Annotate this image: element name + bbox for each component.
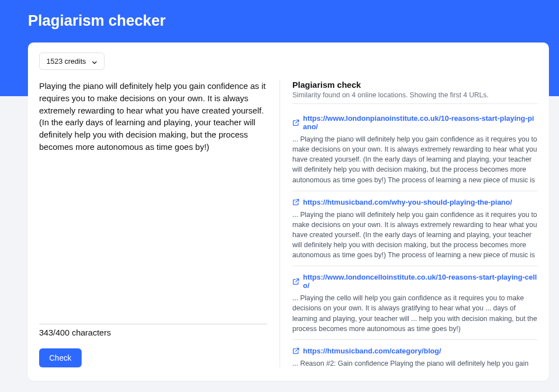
result-url: https://www.londonpianoinstitute.co.uk/1…	[303, 114, 538, 131]
credits-label: 1523 credits	[46, 57, 86, 65]
chevron-down-icon	[92, 59, 97, 64]
result-snippet: ... Playing the cello will help you gain…	[292, 293, 538, 334]
result-item: https://htmusicband.com/category/blog/ .…	[292, 340, 538, 367]
result-link[interactable]: https://www.londonpianoinstitute.co.uk/1…	[292, 114, 538, 131]
credits-dropdown[interactable]: 1523 credits	[39, 53, 105, 70]
result-item: https://www.londonpianoinstitute.co.uk/1…	[292, 107, 538, 191]
result-link[interactable]: https://htmusicband.com/why-you-should-p…	[292, 198, 538, 206]
external-link-icon	[292, 199, 300, 206]
results-title: Plagiarism check	[292, 80, 538, 89]
text-input[interactable]	[39, 80, 267, 324]
result-snippet: ... Playing the piano will definitely he…	[292, 134, 538, 185]
page-title: Plagiarism checker	[28, 12, 165, 30]
check-button[interactable]: Check	[39, 348, 82, 367]
result-item: https://www.londoncelloinstitute.co.uk/1…	[292, 266, 538, 340]
result-item: https://htmusicband.com/why-you-should-p…	[292, 191, 538, 267]
external-link-icon	[292, 347, 300, 355]
result-url: https://www.londoncelloinstitute.co.uk/1…	[303, 273, 538, 290]
result-snippet: ... Playing the piano will definitely he…	[292, 210, 538, 261]
char-count: 343/400 characters	[39, 328, 267, 337]
results-subtitle: Similarity found on 4 online locations. …	[292, 91, 538, 104]
result-url: https://htmusicband.com/why-you-should-p…	[303, 198, 512, 206]
main-card: 1523 credits 343/400 characters Check Pl…	[28, 42, 549, 381]
external-link-icon	[292, 119, 300, 126]
results-list: https://www.londonpianoinstitute.co.uk/1…	[292, 107, 538, 367]
external-link-icon	[292, 278, 300, 285]
result-snippet: ... Reason #2: Gain confidence Playing t…	[292, 358, 538, 367]
result-link[interactable]: https://www.londoncelloinstitute.co.uk/1…	[292, 273, 538, 290]
result-url: https://htmusicband.com/category/blog/	[303, 347, 441, 355]
result-link[interactable]: https://htmusicband.com/category/blog/	[292, 347, 538, 355]
